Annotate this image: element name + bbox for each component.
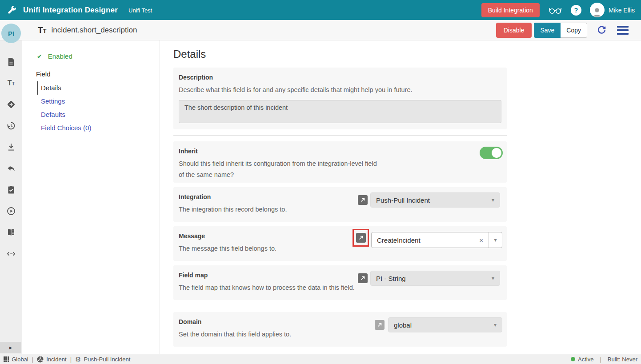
message-combobox[interactable]: CreateIncident × ▾ (371, 232, 502, 248)
page-title: Details (173, 48, 641, 60)
disable-button[interactable]: Disable (496, 23, 532, 38)
gear-icon: ⚙ (75, 356, 81, 363)
task-check-icon[interactable] (6, 185, 16, 195)
chevron-down-icon: ▾ (492, 275, 494, 281)
inherit-toggle[interactable] (480, 147, 503, 159)
nav-item-settings[interactable]: Settings (37, 95, 160, 108)
active-label: Active (578, 356, 593, 363)
record-titlebar: TT incident.short_description Disable Sa… (0, 20, 641, 40)
history-icon[interactable] (6, 121, 16, 131)
menu-icon[interactable] (617, 26, 629, 35)
open-field-map-record-icon[interactable] (358, 273, 368, 283)
record-nav-panel: ✔ Enabled Field Details Settings Default… (22, 40, 160, 354)
section-divider (173, 306, 507, 306)
separator: | (32, 356, 33, 363)
message-value: CreateIncident (372, 232, 474, 248)
code-icon[interactable] (6, 249, 16, 259)
reply-icon[interactable] (6, 164, 16, 173)
play-circle-icon[interactable] (6, 206, 16, 216)
chevron-down-icon: ▾ (494, 322, 497, 328)
separator: | (70, 356, 72, 363)
book-icon[interactable] (6, 228, 16, 237)
directions-icon[interactable] (6, 100, 16, 109)
refresh-icon[interactable] (596, 24, 607, 36)
sidebar-expand-button[interactable]: ▸ (0, 342, 21, 353)
app-window: Unifi Integration Designer Unifi Test Bu… (0, 0, 641, 364)
help-icon[interactable]: ? (571, 5, 581, 16)
incident-label: Incident (46, 356, 67, 363)
nav-item-field-choices[interactable]: Field Choices (0) (37, 121, 160, 135)
check-icon: ✔ (37, 53, 42, 60)
separator: | (600, 356, 601, 363)
integration-context-label: Push-Pull Incident (84, 356, 131, 363)
description-input[interactable]: The short description of this incident (179, 100, 501, 123)
inherit-help-line2: of the same name? (179, 170, 501, 180)
integration-select[interactable]: Push-Pull Incident ▾ (370, 192, 500, 208)
record-identicon: PI (1, 24, 21, 43)
field-type-icon: TT (38, 25, 47, 35)
integration-card: Integration The integration this record … (173, 187, 507, 222)
user-menu[interactable]: Mike Ellis (590, 3, 635, 17)
open-message-record-icon[interactable] (356, 233, 366, 243)
incident-icon (37, 356, 44, 363)
integration-context-item[interactable]: ⚙ Push-Pull Incident (75, 356, 130, 363)
user-name: Mike Ellis (609, 7, 635, 14)
field-map-select[interactable]: PI - String ▾ (370, 271, 500, 286)
description-help: Describe what this field is for and any … (179, 85, 501, 95)
main-content: Details Description Describe what this f… (160, 40, 641, 354)
enabled-label: Enabled (48, 52, 72, 60)
message-card: Message The message this field belongs t… (173, 226, 507, 261)
integration-value: Push-Pull Incident (376, 196, 430, 204)
app-header: Unifi Integration Designer Unifi Test Bu… (0, 0, 641, 20)
wrench-icon[interactable] (0, 5, 23, 15)
active-status-icon (571, 357, 575, 361)
open-domain-record-icon[interactable] (375, 320, 385, 330)
icon-rail: TT (0, 40, 22, 354)
grid-icon (4, 356, 9, 362)
nav-item-details[interactable]: Details (37, 81, 160, 95)
app-title: Unifi Integration Designer (23, 6, 118, 15)
download-icon[interactable] (6, 142, 16, 152)
save-button[interactable]: Save (534, 23, 561, 38)
section-divider (173, 135, 507, 136)
status-bar: Global | Incident | ⚙ Push-Pull Incident… (0, 354, 641, 364)
domain-card: Domain Set the domain that this field ap… (173, 312, 507, 347)
enabled-status[interactable]: ✔ Enabled (37, 52, 160, 60)
build-integration-button[interactable]: Build Integration (481, 3, 540, 17)
domain-value: global (394, 321, 412, 329)
text-fields-icon[interactable]: TT (6, 78, 16, 88)
record-title: incident.short_description (52, 26, 137, 35)
domain-select[interactable]: global ▾ (388, 317, 502, 332)
inherit-help-line1: Should this field inherit its configurat… (179, 159, 501, 168)
inherit-card: Inherit Should this field inherit its co… (173, 141, 507, 183)
incident-context-item[interactable]: Incident (37, 356, 67, 363)
field-map-card: Field map The field map that knows how t… (173, 265, 507, 300)
copy-button[interactable]: Copy (561, 23, 587, 38)
scope-label: Global (12, 356, 28, 363)
document-icon[interactable] (6, 57, 16, 67)
field-map-value: PI - String (376, 275, 406, 282)
domain-scope-item[interactable]: Global (4, 356, 28, 363)
user-avatar-icon (590, 3, 605, 17)
workspace-label: Unifi Test (128, 7, 152, 14)
description-card: Description Describe what this field is … (173, 68, 507, 129)
clear-icon[interactable]: × (474, 232, 489, 248)
built-label: Built: Never (608, 356, 637, 363)
annotation-highlight (353, 229, 369, 247)
inherit-label: Inherit (179, 148, 501, 155)
glasses-icon[interactable] (548, 6, 562, 15)
open-integration-record-icon[interactable] (358, 195, 368, 205)
nav-item-defaults[interactable]: Defaults (37, 108, 160, 121)
nav-section-field: Field (36, 70, 160, 78)
description-label: Description (179, 74, 501, 81)
chevron-down-icon[interactable]: ▾ (489, 232, 502, 248)
chevron-down-icon: ▾ (492, 197, 494, 203)
